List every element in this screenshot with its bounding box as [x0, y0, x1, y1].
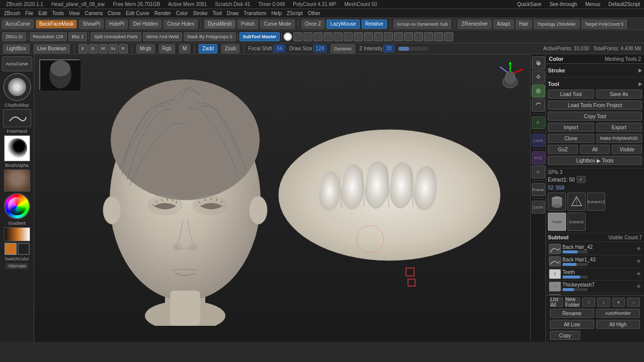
subtool-slider-teeth[interactable]	[562, 276, 588, 279]
relative-btn[interactable]: Relative	[362, 20, 387, 29]
background-color[interactable]	[18, 243, 30, 255]
brush-icon-10[interactable]	[374, 32, 383, 41]
canvas-area[interactable]	[34, 54, 530, 342]
all-low-btn[interactable]: All Low	[550, 320, 594, 329]
brush-icon-6[interactable]	[334, 32, 343, 41]
hand-btn[interactable]	[532, 56, 545, 69]
brush-icon-12[interactable]	[394, 32, 403, 41]
topology-zmodeler-btn[interactable]: Topology ZModeler	[534, 20, 580, 29]
default2script[interactable]: Default2Script	[606, 2, 642, 7]
menu-edit-curve[interactable]: Edit Curve	[124, 11, 151, 16]
copy-tool-btn[interactable]: Copy Tool	[548, 112, 642, 121]
mrgb-btn[interactable]: Mrgb	[136, 44, 155, 53]
new-folder-btn[interactable]: New Folder	[565, 298, 580, 307]
split-unmasked-btn[interactable]: Split Unmasked Parts	[91, 32, 141, 41]
zbgs-btn[interactable]: ZBGs Si	[2, 32, 26, 41]
local-btn[interactable]: Local	[532, 134, 545, 147]
m-btn[interactable]: M	[179, 44, 190, 53]
clone-btn[interactable]: Clone	[548, 134, 594, 143]
preview-cylinder[interactable]	[548, 193, 566, 211]
alternate-label[interactable]: Alternate	[6, 263, 28, 269]
main-brush-icon[interactable]	[3, 73, 31, 101]
close-holes-btn[interactable]: Close Holes	[164, 20, 198, 29]
brush-icon-11[interactable]	[384, 32, 393, 41]
spin-btn[interactable]	[532, 99, 545, 112]
menu-zscript[interactable]: ZScript	[285, 11, 305, 16]
menu-tool[interactable]: Tool	[210, 11, 223, 16]
lightbox-tools-btn[interactable]: Lightbox ▶ Tools	[548, 156, 642, 165]
brush-icon-8[interactable]	[354, 32, 363, 41]
menu-zbrush[interactable]: ZBrush	[2, 11, 22, 16]
target-polycount-btn[interactable]: Target PolyCount 5	[582, 20, 627, 29]
brush-icon-14[interactable]	[414, 32, 423, 41]
brush-icon-2[interactable]	[293, 32, 302, 41]
active-btn[interactable]	[532, 84, 545, 98]
menus-label[interactable]: Menus	[583, 2, 602, 7]
copy-btn[interactable]: Copy	[550, 331, 580, 340]
subtool-slider-backhair42[interactable]	[562, 250, 588, 253]
menu-stroke[interactable]: Stroke	[191, 11, 210, 16]
minus-btn[interactable]: -	[627, 298, 640, 307]
menu-help[interactable]: Help	[269, 11, 284, 16]
menu-edit[interactable]: Edit	[36, 11, 49, 16]
teeth-preview[interactable]: Teeth	[548, 213, 566, 231]
arrow-down-btn[interactable]: ↓	[597, 298, 610, 307]
brush-icon-7[interactable]	[344, 32, 353, 41]
subtool-eye-teeth[interactable]	[636, 272, 641, 277]
stroke-icon[interactable]	[3, 109, 31, 127]
draw-size-value[interactable]: 128	[313, 45, 327, 52]
brush-icon-5[interactable]	[324, 32, 333, 41]
preview-polymesh[interactable]	[568, 193, 586, 211]
subtool-slider-lash[interactable]	[562, 288, 588, 291]
subtool-eye-lash[interactable]	[636, 284, 641, 289]
draw-icon[interactable]: D	[89, 44, 98, 53]
subtool-item-teeth[interactable]: T Teeth	[547, 268, 643, 281]
extract1-preview[interactable]: Extract1	[568, 213, 586, 231]
menu-draw[interactable]: Draw	[225, 11, 240, 16]
see-through[interactable]: See-through	[547, 2, 579, 7]
brush-icon-3[interactable]	[303, 32, 312, 41]
subtool-slider-backhair43[interactable]	[562, 263, 588, 266]
all-high-btn[interactable]: All High	[596, 320, 640, 329]
import-btn[interactable]: Import	[548, 123, 594, 132]
quick-save[interactable]: QuickSave	[515, 2, 543, 7]
rename-btn[interactable]: Rename	[550, 309, 594, 318]
goz-btn[interactable]: GoZ	[548, 145, 578, 154]
dynamic-btn[interactable]: Dynamic	[331, 44, 355, 53]
zadd-btn[interactable]: Zadd	[199, 44, 217, 53]
once-z-btn[interactable]: Once Z	[301, 20, 325, 29]
save-as-btn[interactable]: Save As	[596, 89, 642, 99]
auto-reorder-btn[interactable]: AutoReorder	[596, 309, 640, 318]
plus-btn[interactable]: +	[612, 298, 625, 307]
menu-other[interactable]: Other	[306, 11, 323, 16]
menu-transform[interactable]: Transform	[242, 11, 268, 16]
subtool-master-btn[interactable]: SubTool Master	[239, 32, 280, 41]
subtool-eye-backhair42[interactable]	[636, 246, 641, 251]
load-tool-btn[interactable]: Load Tool	[548, 89, 594, 99]
zremesher-btn[interactable]: ZRemesher	[458, 20, 491, 29]
load-tools-project[interactable]: Load Tools From Project	[546, 100, 644, 111]
c-btn[interactable]: C	[532, 165, 545, 178]
rotate-icon[interactable]: R	[119, 44, 128, 53]
xyz-btn[interactable]: XYZ	[532, 151, 545, 164]
nav-cube[interactable]	[495, 59, 525, 89]
brush-icon-9[interactable]	[364, 32, 373, 41]
dynamesh-btn[interactable]: DynaMesh	[204, 20, 235, 29]
visible-btn[interactable]: Visible	[612, 145, 642, 154]
menu-file[interactable]: File	[23, 11, 35, 16]
subtool-item-lash[interactable]: ~ Thickeyelash7	[547, 281, 643, 293]
showpt-btn[interactable]: ShowPt	[79, 20, 103, 29]
group-as-dynamesh-sub-btn[interactable]: Group As Dynamesh Sub	[393, 20, 452, 29]
mirror-weld-btn[interactable]: Mirror And Weld	[143, 32, 182, 41]
move-tool-btn[interactable]	[532, 70, 545, 83]
lightbox-btn[interactable]: LightBox	[3, 44, 30, 53]
brush-icon-13[interactable]	[404, 32, 413, 41]
menu-tools[interactable]: Tools	[50, 11, 66, 16]
brush-icon-15[interactable]	[424, 32, 433, 41]
col-fil-btn[interactable]: Col Fil	[532, 201, 545, 214]
gradient-swatch[interactable]	[4, 227, 30, 241]
polish-btn[interactable]: Polish	[237, 20, 258, 29]
subtool-item-backhair43[interactable]: Back Hair1_43	[547, 255, 643, 268]
frame-btn[interactable]: Frame	[532, 183, 545, 196]
preview-extract13[interactable]: Extract13	[587, 193, 605, 211]
